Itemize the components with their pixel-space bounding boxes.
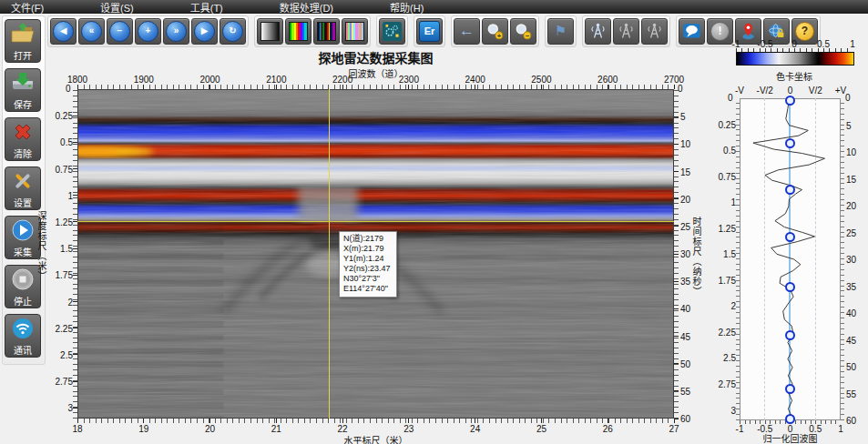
tooltip-line: N30°27'3": [343, 274, 391, 284]
zoom-decrease-icon: −: [109, 21, 130, 42]
antenna-active-button[interactable]: [585, 18, 611, 45]
erase-er-button[interactable]: Er: [416, 18, 443, 45]
right-axis-origin: 0: [678, 84, 683, 94]
menu-item[interactable]: 数据处理(D): [280, 0, 333, 15]
gpr-application-window: 文件(F)设置(S)工具(T)数据处理(D)帮助(H) ◀«−+»▶↻Er←+−…: [0, 0, 868, 444]
network-globe-button[interactable]: [763, 18, 790, 45]
colormap-grayscale-button[interactable]: [257, 18, 283, 45]
help-button[interactable]: ?: [791, 18, 818, 45]
warning-button[interactable]: !: [707, 18, 733, 45]
wave-top-tick-label: -V: [735, 86, 744, 96]
sidebar-button-label: 设置: [5, 196, 40, 209]
location-pin-button[interactable]: [735, 18, 761, 45]
measurement-tooltip: N(道):2179X(m):21.79Y1(m):1.24Y2(ns):23.4…: [339, 231, 397, 298]
tick-label: 1.75: [719, 275, 736, 285]
menu-item[interactable]: 文件(F): [11, 0, 44, 15]
step-backward-button[interactable]: ◀: [50, 18, 77, 45]
antenna-inactive-2-icon: [645, 22, 664, 41]
tick-label: 0.25: [56, 111, 73, 121]
tick-label: 50: [846, 362, 856, 372]
antenna-inactive-2-button[interactable]: [641, 18, 668, 45]
magnifier-zoom-in-icon: +: [485, 22, 505, 41]
undo-arrow-button[interactable]: ←: [454, 18, 480, 45]
menu-item[interactable]: 工具(T): [190, 0, 223, 15]
sidebar-button-clear[interactable]: 清除: [5, 117, 41, 161]
processing-settings-button[interactable]: [379, 18, 405, 45]
tick-label: 1.5: [60, 244, 73, 254]
wave-top-tick-labels: -V-V/20V/2+V: [740, 86, 841, 95]
tick-label: 5: [846, 120, 852, 130]
tick-label: 1.25: [56, 217, 73, 227]
sidebar: 打开保存清除设置采集停止通讯: [2, 15, 46, 365]
tick-mark: [608, 419, 608, 423]
zoom-decrease-button[interactable]: −: [107, 18, 133, 45]
antenna-inactive-1-button[interactable]: [613, 18, 639, 45]
wave-right-origin: 0: [845, 93, 851, 103]
tick-label: 2: [730, 301, 736, 311]
colormap-pastel-stripes-button[interactable]: [342, 18, 368, 45]
tick-mark: [674, 281, 679, 282]
zoom-increase-button[interactable]: +: [135, 18, 161, 45]
magnifier-zoom-out-button[interactable]: −: [510, 18, 536, 45]
top-axis-label: 回波数（道）: [77, 66, 674, 80]
wave-marker: [785, 232, 795, 242]
left-axis-label: 深度标尺（米）: [35, 211, 48, 281]
colormap-swatch: [317, 22, 336, 41]
help-icon: ?: [795, 22, 814, 41]
sidebar-button-label: 打开: [5, 48, 40, 62]
crosshair-vertical-line: [329, 89, 330, 419]
fast-backward-button[interactable]: «: [78, 18, 105, 45]
menu-bar: 文件(F)设置(S)工具(T)数据处理(D)帮助(H): [0, 0, 868, 14]
tick-label: 1.5: [723, 249, 736, 259]
fast-forward-button[interactable]: »: [163, 18, 189, 45]
magnifier-zoom-in-button[interactable]: +: [482, 18, 508, 45]
sidebar-button-label: 通讯: [5, 343, 40, 357]
page-title: 探地雷达数据采集图: [77, 48, 674, 66]
wave-marker: [785, 282, 795, 292]
sidebar-button-save[interactable]: 保存: [5, 68, 41, 112]
wifi-icon: [11, 318, 35, 341]
sidebar-button-comm[interactable]: 通讯: [5, 314, 41, 358]
step-forward-button[interactable]: ▶: [191, 18, 218, 45]
tick-label: 3: [67, 403, 73, 413]
tick-mark: [674, 336, 679, 337]
sidebar-button-label: 停止: [5, 294, 40, 308]
tick-label: 10: [846, 147, 856, 157]
refresh-button[interactable]: ↻: [220, 18, 246, 45]
tick-mark: [342, 419, 343, 423]
toolbar-group: ⚑: [545, 15, 577, 47]
save-disk-icon: [11, 72, 35, 96]
colormap-dark-stripes-button[interactable]: [313, 18, 340, 45]
left-axis-origin: 0: [66, 84, 71, 94]
toolbar: ◀«−+»▶↻Er←+−⚑!?: [47, 15, 821, 46]
tick-mark: [674, 198, 679, 199]
zoom-increase-icon: +: [138, 21, 158, 42]
wave-left-tick-labels: 0.250.50.7511.251.51.7522.252.52.753: [710, 98, 736, 420]
tick-label: 55: [680, 386, 690, 396]
menu-item[interactable]: 帮助(H): [390, 0, 424, 15]
tick-label: 2.25: [56, 323, 73, 333]
tick-mark: [541, 419, 542, 423]
tick-label: 0.75: [56, 164, 73, 174]
tick-mark: [674, 171, 679, 172]
message-button[interactable]: [679, 18, 705, 45]
tick-label: 2.5: [723, 353, 736, 363]
tick-label: 1: [730, 197, 736, 207]
tick-label: 15: [680, 166, 690, 177]
folder-open-icon: [11, 23, 35, 46]
sidebar-button-open[interactable]: 打开: [5, 19, 41, 63]
play-icon: [11, 219, 35, 243]
toolbar-group: [254, 15, 371, 47]
colormap-rainbow-button[interactable]: [285, 18, 311, 45]
clear-x-icon: [11, 121, 35, 145]
sidebar-button-settings[interactable]: 设置: [5, 166, 41, 210]
wave-top-tick-label: V/2: [809, 86, 822, 96]
tooltip-line: N(道):2179: [343, 234, 391, 244]
menu-item[interactable]: 设置(S): [100, 0, 134, 15]
erase-er-icon: Er: [419, 21, 440, 42]
tooltip-line: E114°27'40": [343, 284, 391, 294]
right-axis-minor-ticks: [674, 89, 679, 419]
flag-marker-button[interactable]: ⚑: [547, 18, 574, 45]
tools-icon: [11, 170, 35, 194]
message-icon: [682, 22, 701, 41]
